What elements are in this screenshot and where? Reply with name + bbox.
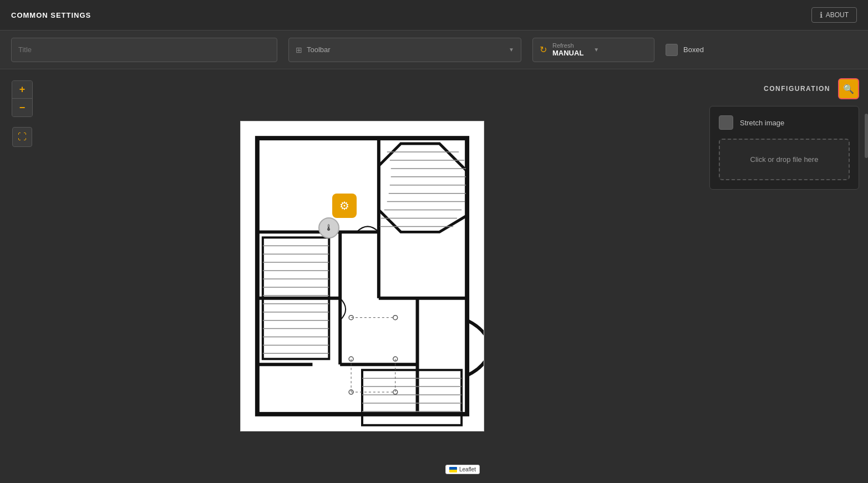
floor-plan-svg (241, 121, 484, 431)
title-input[interactable] (18, 45, 270, 54)
refresh-value: MANUAL (552, 49, 583, 57)
floor-plan-container: ⚙ 🌡 (240, 121, 484, 431)
stretch-image-row: Stretch image (719, 115, 850, 130)
about-button[interactable]: ℹ ABOUT (811, 7, 857, 23)
refresh-title: Refresh (552, 42, 583, 49)
top-bar: COMMON SETTINGS ℹ ABOUT (0, 0, 868, 30)
refresh-text: Refresh MANUAL (552, 42, 583, 57)
file-drop-label: Click or drop file here (750, 155, 819, 164)
gray-marker[interactable]: 🌡 (318, 217, 339, 238)
zoom-out-button[interactable]: − (12, 99, 32, 116)
scrollbar[interactable] (865, 114, 868, 158)
toolbar-icon: ⊞ (296, 45, 302, 54)
stretch-image-checkbox[interactable] (719, 115, 733, 130)
about-icon: ℹ (820, 11, 823, 19)
configuration-button[interactable]: 🔍 (838, 78, 859, 99)
refresh-field[interactable]: ↻ Refresh MANUAL ▼ (532, 38, 654, 62)
toolbar-label: Toolbar (307, 45, 331, 54)
settings-row: ⊞ Toolbar ▼ ↻ Refresh MANUAL ▼ Boxed (0, 30, 868, 69)
refresh-icon: ↻ (540, 44, 547, 55)
boxed-label: Boxed (683, 45, 704, 54)
leaflet-flag-icon (449, 467, 457, 472)
about-label: ABOUT (826, 11, 849, 19)
marker-gray-icon: 🌡 (324, 223, 333, 233)
boxed-checkbox[interactable] (666, 44, 678, 56)
zoom-controls: + − (12, 80, 33, 117)
leaflet-badge: Leaflet (445, 465, 480, 474)
marker-orange-icon: ⚙ (339, 199, 349, 212)
title-field (11, 38, 277, 62)
orange-marker[interactable]: ⚙ (332, 194, 357, 218)
fullscreen-icon: ⛶ (18, 132, 27, 142)
configuration-icon: 🔍 (843, 84, 854, 94)
fullscreen-button[interactable]: ⛶ (12, 127, 32, 147)
toolbar-select[interactable]: Toolbar ▼ (307, 45, 514, 54)
main-content: + − ⛶ (0, 69, 868, 483)
toolbar-chevron-icon: ▼ (509, 47, 514, 53)
toolbar-field[interactable]: ⊞ Toolbar ▼ (288, 38, 521, 62)
right-panel: CONFIGURATION 🔍 Stretch image Click or d… (679, 69, 868, 483)
leaflet-label: Leaflet (459, 466, 476, 472)
config-dropdown: Stretch image Click or drop file here (709, 106, 859, 190)
common-settings-label: COMMON SETTINGS (11, 11, 91, 19)
file-drop-area[interactable]: Click or drop file here (719, 139, 850, 180)
configuration-label: CONFIGURATION (764, 85, 830, 93)
left-sidebar: + − ⛶ (0, 69, 44, 483)
zoom-in-button[interactable]: + (12, 81, 32, 99)
config-header: CONFIGURATION 🔍 (679, 78, 859, 99)
stretch-image-label: Stretch image (740, 119, 784, 127)
refresh-chevron-icon: ▼ (593, 47, 599, 53)
map-area: ⚙ 🌡 Leaflet (44, 69, 679, 483)
boxed-field: Boxed (666, 44, 704, 56)
